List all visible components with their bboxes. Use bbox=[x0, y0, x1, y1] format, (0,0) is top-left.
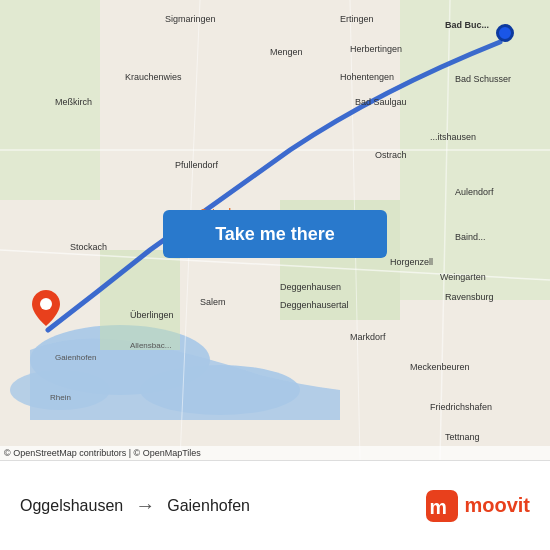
svg-text:Aulendorf: Aulendorf bbox=[455, 187, 494, 197]
svg-text:Tettnang: Tettnang bbox=[445, 432, 480, 442]
svg-text:...itshausen: ...itshausen bbox=[430, 132, 476, 142]
moovit-logo: m moovit bbox=[426, 490, 530, 522]
svg-text:Meckenbeuren: Meckenbeuren bbox=[410, 362, 470, 372]
svg-text:Ertingen: Ertingen bbox=[340, 14, 374, 24]
svg-text:Bad Schusser: Bad Schusser bbox=[455, 74, 511, 84]
svg-text:Weingarten: Weingarten bbox=[440, 272, 486, 282]
map-container: Sigmaringen Ertingen Bad Buc... Mengen H… bbox=[0, 0, 550, 460]
map-attribution: © OpenStreetMap contributors | © OpenMap… bbox=[0, 446, 550, 460]
moovit-text: moovit bbox=[464, 494, 530, 517]
svg-text:Gaienhofen: Gaienhofen bbox=[55, 353, 96, 362]
svg-text:Salem: Salem bbox=[200, 297, 226, 307]
svg-text:Horgenzell: Horgenzell bbox=[390, 257, 433, 267]
moovit-icon: m bbox=[426, 490, 458, 522]
svg-text:Allensbac...: Allensbac... bbox=[130, 341, 171, 350]
svg-text:Ostrach: Ostrach bbox=[375, 150, 407, 160]
svg-text:Markdorf: Markdorf bbox=[350, 332, 386, 342]
svg-text:Krauchenwies: Krauchenwies bbox=[125, 72, 182, 82]
footer-bar: Oggelshausen → Gaienhofen m moovit bbox=[0, 460, 550, 550]
svg-text:Deggenhausertal: Deggenhausertal bbox=[280, 300, 349, 310]
svg-text:Bad Saulgau: Bad Saulgau bbox=[355, 97, 407, 107]
origin-marker bbox=[32, 290, 60, 330]
svg-text:Hohentengen: Hohentengen bbox=[340, 72, 394, 82]
route-info: Oggelshausen → Gaienhofen bbox=[20, 494, 250, 517]
svg-text:Herbertingen: Herbertingen bbox=[350, 44, 402, 54]
take-me-there-button[interactable]: Take me there bbox=[163, 210, 387, 258]
svg-text:Deggenhausen: Deggenhausen bbox=[280, 282, 341, 292]
origin-label: Oggelshausen bbox=[20, 497, 123, 515]
svg-rect-6 bbox=[100, 250, 180, 350]
svg-text:Rhein: Rhein bbox=[50, 393, 71, 402]
svg-text:Mengen: Mengen bbox=[270, 47, 303, 57]
svg-text:Friedrichshafen: Friedrichshafen bbox=[430, 402, 492, 412]
svg-text:Pfullendorf: Pfullendorf bbox=[175, 160, 219, 170]
destination-label: Gaienhofen bbox=[167, 497, 250, 515]
svg-text:Bad Buc...: Bad Buc... bbox=[445, 20, 489, 30]
svg-point-44 bbox=[40, 298, 52, 310]
svg-text:Baind...: Baind... bbox=[455, 232, 486, 242]
svg-text:Meßkirch: Meßkirch bbox=[55, 97, 92, 107]
destination-marker bbox=[496, 24, 514, 42]
arrow-icon: → bbox=[135, 494, 155, 517]
svg-text:Ravensburg: Ravensburg bbox=[445, 292, 494, 302]
svg-text:Stockach: Stockach bbox=[70, 242, 107, 252]
svg-text:Sigmaringen: Sigmaringen bbox=[165, 14, 216, 24]
svg-text:m: m bbox=[430, 496, 447, 518]
svg-text:Überlingen: Überlingen bbox=[130, 310, 174, 320]
